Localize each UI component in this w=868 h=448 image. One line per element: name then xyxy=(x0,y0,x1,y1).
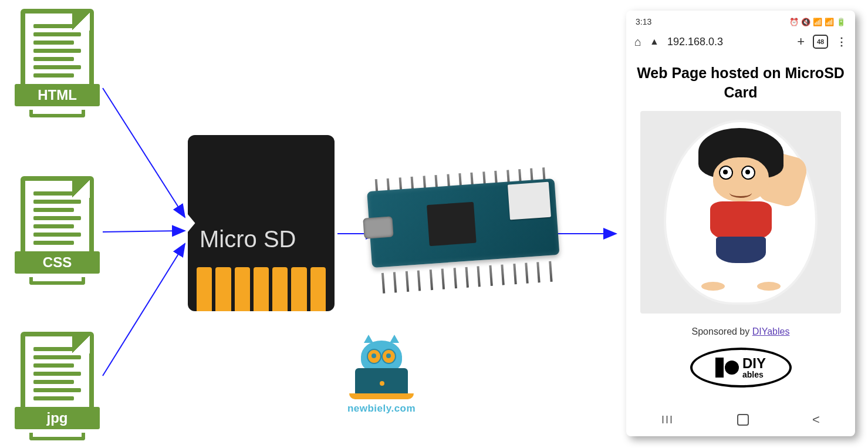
wifi-icon: 📶 xyxy=(813,18,822,26)
sponsor-line: Sponsored by DIYables xyxy=(630,326,852,337)
diagram-canvas: HTML CSS jpg Micro SD newbiely.com xyxy=(0,0,868,448)
microsd-label: Micro SD xyxy=(200,226,296,252)
hero-image xyxy=(640,111,841,314)
arduino-nano-esp32 xyxy=(341,144,586,313)
battery-icon: 🔋 xyxy=(836,18,846,26)
diy-logo-big: DIY xyxy=(742,356,766,370)
microsd-contacts xyxy=(197,267,326,311)
alarm-icon: ⏰ xyxy=(789,18,799,26)
diy-logo-small: ables xyxy=(742,370,766,379)
mute-icon: 🔇 xyxy=(801,18,810,26)
diyables-logo: DIY ables xyxy=(690,348,792,388)
file-icon-html: HTML xyxy=(15,9,100,117)
microsd-card: Micro SD xyxy=(188,135,335,311)
tab-count[interactable]: 48 xyxy=(813,35,828,49)
phone-time: 3:13 xyxy=(636,17,651,26)
file-label-html: HTML xyxy=(15,84,100,106)
newbiely-logo: newbiely.com xyxy=(346,341,417,415)
page-title: Web Page hosted on MicroSD Card xyxy=(630,54,852,109)
home-icon[interactable]: ⌂ xyxy=(634,35,641,49)
file-icon-css: CSS xyxy=(15,176,100,285)
nav-home-button[interactable] xyxy=(737,414,749,426)
svg-line-1 xyxy=(103,231,185,232)
insecure-warning-icon[interactable]: ▲ xyxy=(650,36,659,47)
svg-line-2 xyxy=(103,244,185,376)
file-label-css: CSS xyxy=(15,251,100,274)
phone-mockup: 3:13 ⏰ 🔇 📶 📶 🔋 ⌂ ▲ 192.168.0.3 + 48 ⋮ We… xyxy=(626,11,855,436)
url-text[interactable]: 192.168.0.3 xyxy=(667,36,789,48)
sponsor-prefix: Sponsored by xyxy=(692,326,752,336)
nav-back-button[interactable]: < xyxy=(812,412,820,427)
phone-status-bar: 3:13 ⏰ 🔇 📶 📶 🔋 xyxy=(630,14,852,29)
sponsor-link[interactable]: DIYables xyxy=(752,326,790,336)
phone-nav-bar: III < xyxy=(630,407,852,433)
phone-status-icons: ⏰ 🔇 📶 📶 🔋 xyxy=(789,18,846,26)
newbiely-site-text: newbiely.com xyxy=(346,403,417,415)
menu-dots-icon[interactable]: ⋮ xyxy=(836,35,847,48)
file-label-jpg: jpg xyxy=(15,407,100,429)
svg-line-0 xyxy=(103,88,185,217)
nav-recents-button[interactable]: III xyxy=(661,414,674,426)
new-tab-icon[interactable]: + xyxy=(797,34,805,49)
file-icon-jpg: jpg xyxy=(15,332,100,440)
browser-address-bar: ⌂ ▲ 192.168.0.3 + 48 ⋮ xyxy=(630,29,852,54)
signal-icon: 📶 xyxy=(825,18,834,26)
